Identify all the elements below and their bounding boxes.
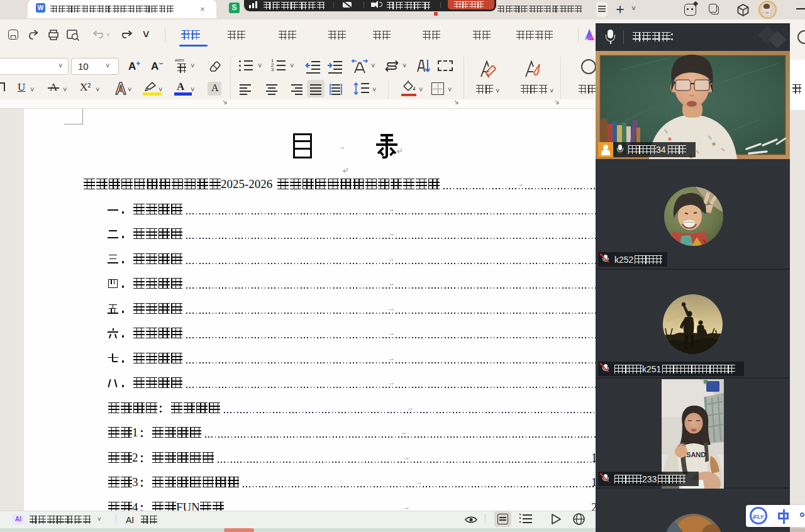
svg-text:.SAND: .SAND — [684, 451, 706, 458]
